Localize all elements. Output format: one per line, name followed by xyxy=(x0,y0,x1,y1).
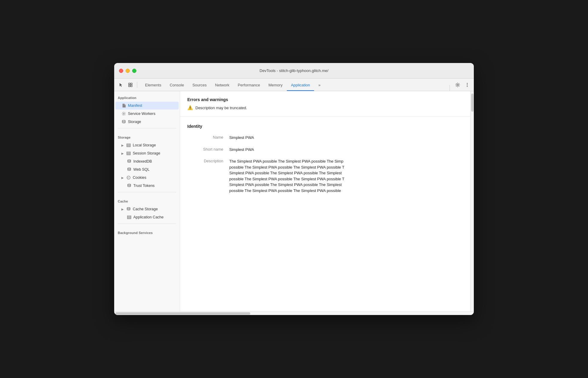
maximize-button[interactable] xyxy=(132,69,136,73)
svg-point-5 xyxy=(467,83,468,84)
svg-rect-12 xyxy=(127,146,130,147)
svg-point-6 xyxy=(467,84,468,85)
sidebar-item-manifest[interactable]: Manifest xyxy=(115,102,179,110)
doc-icon xyxy=(121,103,126,108)
name-value: Simplest PWA xyxy=(229,135,463,141)
tab-memory[interactable]: Memory xyxy=(264,80,287,91)
tab-performance[interactable]: Performance xyxy=(233,80,264,91)
toolbar-divider-right xyxy=(450,85,450,91)
sidebar: Application Manifest Service xyxy=(114,91,180,311)
session-storage-label: Session Storage xyxy=(133,151,160,155)
toolbar-right xyxy=(451,79,474,91)
cursor-icon[interactable] xyxy=(117,81,125,89)
sidebar-item-web-sql[interactable]: Web SQL xyxy=(115,166,179,173)
svg-point-16 xyxy=(128,160,131,160)
sidebar-item-storage-app[interactable]: Storage xyxy=(115,118,179,126)
sidebar-item-cache-storage[interactable]: ▶ Cache Storage xyxy=(115,205,179,213)
content-panel: Errors and warnings ⚠️ Description may b… xyxy=(180,91,470,311)
service-workers-label: Service Workers xyxy=(128,112,155,116)
svg-point-22 xyxy=(127,178,128,178)
horizontal-scrollbar[interactable] xyxy=(114,311,474,315)
svg-rect-10 xyxy=(127,144,130,145)
svg-rect-14 xyxy=(127,153,130,154)
sidebar-item-trust-tokens[interactable]: Trust Tokens xyxy=(115,182,179,190)
tab-console[interactable]: Console xyxy=(165,80,188,91)
session-storage-icon xyxy=(126,151,131,156)
window-title: DevTools - stitch-glib-typhoon.glitch.me… xyxy=(260,68,328,73)
identity-title: Identity xyxy=(187,124,463,129)
sidebar-item-indexeddb[interactable]: IndexedDB xyxy=(115,158,179,165)
indexeddb-label: IndexedDB xyxy=(133,159,152,164)
svg-rect-13 xyxy=(127,152,130,153)
minimize-button[interactable] xyxy=(126,69,130,73)
warning-triangle-icon: ⚠️ xyxy=(187,105,193,110)
expand-arrow-cookies: ▶ xyxy=(121,176,124,179)
svg-rect-11 xyxy=(127,145,130,146)
warning-text: Description may be truncated. xyxy=(195,106,247,110)
close-button[interactable] xyxy=(119,69,123,73)
sidebar-item-cookies[interactable]: ▶ Cookies xyxy=(115,174,179,182)
sidebar-section-bg-services: Background Services xyxy=(114,226,180,236)
more-options-icon[interactable] xyxy=(463,81,471,89)
indexeddb-icon xyxy=(127,159,132,164)
svg-point-21 xyxy=(128,178,129,178)
expand-arrow-session-storage: ▶ xyxy=(121,152,124,155)
errors-warnings-title: Errors and warnings xyxy=(187,97,463,102)
tab-sources[interactable]: Sources xyxy=(188,80,211,91)
sidebar-item-service-workers[interactable]: Service Workers xyxy=(115,110,179,118)
application-cache-icon xyxy=(127,215,132,220)
description-value: The Simplest PWA possible The Simplest P… xyxy=(229,158,463,194)
svg-rect-3 xyxy=(131,85,132,87)
titlebar: DevTools - stitch-glib-typhoon.glitch.me… xyxy=(114,63,474,79)
settings-icon[interactable] xyxy=(453,81,462,89)
short-name-label: Short name xyxy=(187,147,229,153)
sidebar-item-application-cache[interactable]: Application Cache xyxy=(115,213,179,221)
sidebar-sep-2 xyxy=(118,192,176,192)
manifest-label: Manifest xyxy=(128,104,142,108)
web-sql-icon xyxy=(127,167,132,172)
svg-rect-0 xyxy=(129,83,130,85)
cache-storage-icon xyxy=(126,207,131,212)
toolbar-left xyxy=(114,79,141,91)
vertical-scrollbar-thumb[interactable] xyxy=(471,94,474,112)
local-storage-icon xyxy=(126,143,131,148)
svg-rect-1 xyxy=(131,83,132,85)
local-storage-label: Local Storage xyxy=(133,143,156,147)
toolbar: Elements Console Sources Network Perform… xyxy=(114,79,474,91)
svg-point-17 xyxy=(128,168,131,169)
svg-point-24 xyxy=(127,207,130,208)
vertical-scrollbar[interactable] xyxy=(470,91,474,311)
expand-arrow-cache-storage: ▶ xyxy=(121,208,124,211)
expand-arrow-local-storage: ▶ xyxy=(121,144,124,147)
devtools-window: DevTools - stitch-glib-typhoon.glitch.me… xyxy=(114,63,474,315)
tab-application[interactable]: Application xyxy=(287,80,314,91)
sidebar-item-local-storage[interactable]: ▶ Local Storage xyxy=(115,141,179,149)
sidebar-item-session-storage[interactable]: ▶ Session Storage xyxy=(115,149,179,157)
trust-tokens-icon xyxy=(127,183,132,188)
horizontal-scrollbar-thumb[interactable] xyxy=(115,312,250,315)
svg-rect-2 xyxy=(129,85,130,87)
inspect-icon[interactable] xyxy=(126,81,135,89)
identity-row-description: Description The Simplest PWA possible Th… xyxy=(187,158,463,194)
tab-network[interactable]: Network xyxy=(211,80,234,91)
main-area: Application Manifest Service xyxy=(114,91,474,311)
tab-elements[interactable]: Elements xyxy=(141,80,165,91)
sidebar-sep-3 xyxy=(118,224,176,224)
identity-row-name: Name Simplest PWA xyxy=(187,135,463,141)
sidebar-section-application: Application xyxy=(114,91,180,101)
sidebar-section-cache: Cache xyxy=(114,195,180,205)
tabs: Elements Console Sources Network Perform… xyxy=(141,79,448,91)
svg-point-20 xyxy=(129,177,129,177)
svg-point-23 xyxy=(128,184,131,185)
warning-row: ⚠️ Description may be truncated. xyxy=(187,105,463,110)
svg-point-8 xyxy=(123,113,124,114)
tab-more[interactable]: » xyxy=(314,80,325,91)
storage-label: Storage xyxy=(128,120,141,124)
traffic-lights xyxy=(114,69,136,73)
cookies-icon xyxy=(126,175,131,180)
svg-point-7 xyxy=(467,86,468,87)
sidebar-sep-1 xyxy=(118,128,176,128)
toolbar-divider xyxy=(137,82,137,88)
web-sql-label: Web SQL xyxy=(133,167,150,172)
svg-point-18 xyxy=(127,176,130,179)
